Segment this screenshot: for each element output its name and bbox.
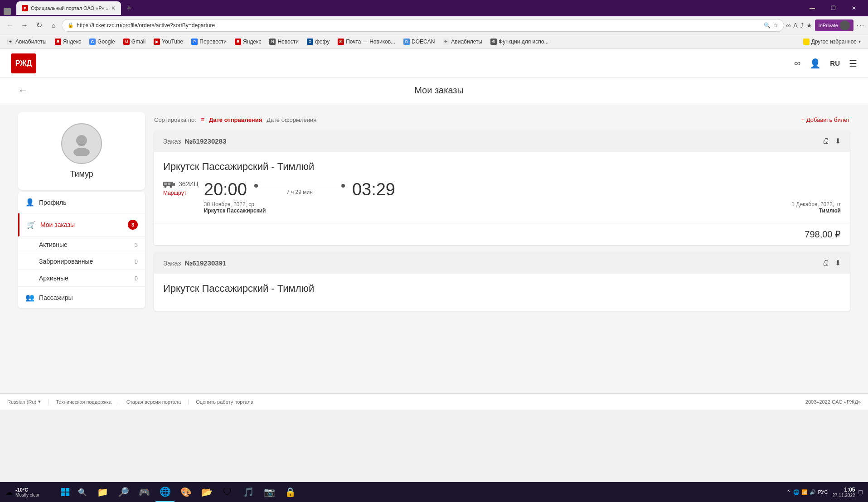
svg-rect-12: [66, 492, 69, 496]
footer-tech-support[interactable]: Техническая поддержка: [48, 399, 119, 405]
bookmark-doecan[interactable]: D DOECAN: [400, 37, 438, 46]
route-link[interactable]: Маршрут: [163, 190, 186, 196]
bookmark-google[interactable]: G Google: [86, 37, 119, 46]
taskbar-system-tray: ^ 🌐 📶 🔊 РУС 1:05 27.11.2022 □: [784, 487, 866, 498]
start-button[interactable]: [56, 484, 74, 500]
sidebar-sub-item-active[interactable]: Активные 3: [18, 237, 145, 253]
footer-copyright: 2003–2022 ОАО «РЖД»: [805, 399, 861, 405]
bookmark-more-button[interactable]: Другое избранное ▾: [800, 37, 864, 46]
bookmark-favicon: ▶: [154, 39, 160, 45]
taskbar-app-7[interactable]: 🎵: [238, 482, 258, 502]
page-back-button[interactable]: ←: [18, 85, 28, 97]
bookmark-label: DOECAN: [412, 39, 435, 45]
taskbar-app-8[interactable]: 📷: [259, 482, 279, 502]
sidebar-username: Тимур: [25, 169, 138, 179]
footer-lang-selector[interactable]: Russian (Ru) ▾: [7, 399, 48, 405]
user-profile-icon[interactable]: 👤: [810, 58, 821, 69]
bookmark-func[interactable]: ⚙ Функции для испо...: [487, 37, 552, 46]
tab-title: Официальный портал ОАО «Р»...: [31, 5, 108, 11]
taskbar-app-search[interactable]: 🔎: [113, 482, 133, 502]
order-2-print-icon[interactable]: 🖨: [822, 259, 829, 267]
bookmark-label: Авиабилеты: [15, 39, 47, 45]
edge-app-icon: 🌐: [160, 486, 171, 497]
bookmark-avia2[interactable]: ✈ Авиабилеты: [439, 37, 486, 46]
active-orders-label: Активные: [39, 241, 68, 248]
forward-nav-button[interactable]: →: [18, 19, 31, 32]
bookmark-favicon: Я: [55, 39, 61, 45]
tab-close-icon[interactable]: ✕: [111, 5, 116, 11]
windows-start-icon: [61, 488, 69, 496]
new-tab-button[interactable]: +: [123, 2, 135, 15]
sidebar-item-orders[interactable]: 🛒 Мои заказы 3: [18, 213, 145, 237]
taskbar-app-6[interactable]: 🛡: [218, 482, 238, 502]
rzd-logo[interactable]: РЖД: [11, 53, 36, 73]
sort-by-date[interactable]: Дате оформления: [267, 116, 316, 123]
active-orders-count: 3: [135, 241, 138, 248]
favorites-icon[interactable]: ★: [806, 22, 812, 29]
bookmark-gmail[interactable]: M Gmail: [120, 37, 149, 46]
bookmark-fefu[interactable]: Ф фефу: [303, 37, 333, 46]
tray-arrow-icon[interactable]: ^: [787, 489, 790, 495]
sort-by-departure[interactable]: Дате отправления: [209, 116, 262, 123]
taskbar-app-4[interactable]: 🎨: [176, 482, 196, 502]
browser-share-icon[interactable]: ⤴: [800, 22, 804, 29]
order-1-print-icon[interactable]: 🖨: [822, 137, 829, 145]
passengers-label: Пассажиры: [39, 294, 73, 301]
bookmark-news[interactable]: N Новости: [266, 37, 302, 46]
app4-icon: 🎨: [180, 487, 192, 497]
order-1-label: Заказ: [163, 137, 181, 145]
language-selector[interactable]: RU: [830, 59, 840, 67]
svg-rect-5: [168, 183, 170, 185]
bookmark-yandex[interactable]: Я Яндекс: [51, 37, 85, 46]
taskbar-app-3[interactable]: 🎮: [134, 482, 154, 502]
active-tab[interactable]: Р Официальный портал ОАО «Р»... ✕: [16, 1, 121, 15]
page-footer: Russian (Ru) ▾ Техническая поддержка Ста…: [0, 393, 868, 410]
taskbar-search-button[interactable]: 🔍: [74, 484, 91, 500]
sidebar-sub-item-archive[interactable]: Архивные 0: [18, 270, 145, 287]
order-2-download-icon[interactable]: ⬇: [835, 259, 841, 267]
bookmark-perevod[interactable]: P Перевести: [188, 37, 230, 46]
rzd-header: РЖД ∞ 👤 RU ☰: [0, 49, 868, 78]
browser-more-icon[interactable]: ⋯: [856, 20, 864, 30]
close-button[interactable]: ✕: [844, 1, 864, 15]
tech-support-label: Техническая поддержка: [56, 399, 112, 405]
add-ticket-button[interactable]: + Добавить билет: [801, 116, 850, 123]
bookmark-youtube[interactable]: ▶ YouTube: [150, 37, 187, 46]
bookmark-label: Яндекс: [243, 39, 261, 45]
bookmark-favicon: Ф: [307, 39, 313, 45]
app3-icon: 🎮: [139, 487, 150, 497]
footer-old-version[interactable]: Старая версия портала: [119, 399, 189, 405]
weather-desc: Mostly clear: [15, 492, 39, 497]
infinity-icon[interactable]: ∞: [794, 58, 800, 68]
bookmark-yandex2[interactable]: Я Яндекс: [231, 37, 265, 46]
footer-rate[interactable]: Оценить работу портала: [189, 399, 261, 405]
bookmark-pochta[interactable]: ✉ Почта — Новиков...: [334, 37, 399, 46]
minimize-button[interactable]: —: [802, 1, 823, 15]
reading-view-icon[interactable]: A: [793, 22, 797, 29]
taskbar-app-5[interactable]: 📂: [197, 482, 217, 502]
inprivate-badge[interactable]: InPrivate: [815, 19, 853, 31]
back-nav-button[interactable]: ←: [4, 19, 16, 32]
address-bar[interactable]: 🔒 https://ticket.rzd.ru/profile/orders/a…: [62, 19, 784, 32]
bookmark-more-label: Другое избранное: [811, 39, 857, 45]
notification-icon[interactable]: □: [859, 488, 863, 496]
taskbar-app-files[interactable]: 📁: [92, 482, 112, 502]
chevron-down-icon: ▾: [858, 39, 861, 44]
bookmark-aviabilety[interactable]: ✈ Авиабилеты: [4, 37, 50, 46]
order-2-label: Заказ: [163, 259, 181, 267]
hamburger-menu-icon[interactable]: ☰: [849, 58, 857, 69]
sidebar-sub-item-reserved[interactable]: Забронированные 0: [18, 253, 145, 270]
rate-label: Оценить работу портала: [196, 399, 253, 405]
refresh-button[interactable]: ↻: [33, 19, 45, 32]
weather-temp: -10°C: [15, 487, 39, 492]
copyright-label: 2003–2022 ОАО «РЖД»: [805, 399, 861, 405]
order-1-download-icon[interactable]: ⬇: [835, 137, 841, 145]
sidebar-item-profile[interactable]: 👤 Профиль: [18, 192, 145, 213]
taskbar-app-9[interactable]: 🔒: [280, 482, 300, 502]
collections-icon[interactable]: ∞: [786, 22, 790, 29]
sidebar-item-passengers[interactable]: 👥 Пассажиры: [18, 287, 145, 309]
maximize-button[interactable]: ❒: [823, 1, 844, 15]
taskbar-app-edge[interactable]: 🌐: [155, 482, 175, 502]
home-button[interactable]: ⌂: [47, 19, 60, 32]
weather-icon: ☁: [5, 488, 13, 497]
